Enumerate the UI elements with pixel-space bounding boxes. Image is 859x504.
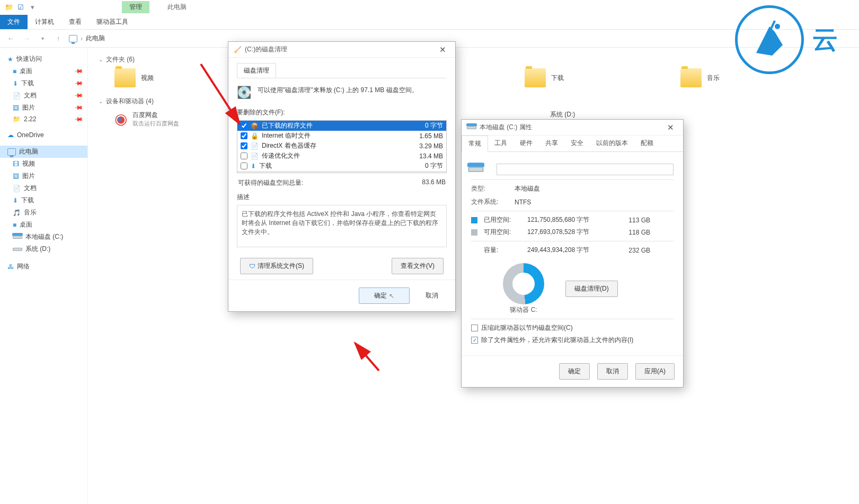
folder-videos[interactable]: 视频 [114, 68, 154, 87]
folder-music[interactable]: 音乐 [680, 68, 720, 87]
compress-checkbox-row[interactable]: 压缩此驱动器以节约磁盘空间(C) [471, 323, 674, 332]
file-row[interactable]: 📄DirectX 着色器缓存3.29 MB [237, 141, 446, 151]
sidebar-item-downloads-pc[interactable]: ⬇下载 [0, 194, 87, 206]
checkbox[interactable]: ✓ [471, 337, 478, 344]
file-row[interactable]: ⬇下载0 字节 [237, 161, 446, 171]
sidebar-item-music[interactable]: 🎵音乐 [0, 206, 87, 219]
index-checkbox-row[interactable]: ✓除了文件属性外，还允许索引此驱动器上文件的内容(I) [471, 336, 674, 345]
sidebar-item-documents-pc[interactable]: 📄文档 [0, 182, 87, 194]
button-label: 确定 [374, 291, 387, 300]
used-label: 已用空间: [484, 215, 521, 224]
drive-icon [467, 126, 476, 129]
tab-previous[interactable]: 以前的版本 [590, 136, 634, 151]
file-row[interactable]: 🔒Internet 临时文件1.65 MB [237, 131, 446, 141]
ribbon-tab-drive-tools[interactable]: 驱动器工具 [89, 15, 136, 29]
drive-name-input[interactable] [497, 164, 674, 175]
sidebar-item-videos[interactable]: 🎞视频 [0, 158, 87, 170]
file-checkbox[interactable] [241, 152, 247, 159]
cleanup-tabs: 磁盘清理 [237, 63, 447, 78]
drive-name-row [471, 164, 674, 175]
file-checkbox[interactable] [241, 163, 247, 169]
dialog-titlebar[interactable]: 本地磁盘 (C:) 属性 ✕ [462, 120, 683, 136]
tab-quota[interactable]: 配额 [634, 136, 660, 151]
tab-tools[interactable]: 工具 [488, 136, 513, 151]
dropdown-icon[interactable]: ▾ [28, 3, 37, 12]
sidebar-item-label: 视频 [22, 159, 35, 168]
desc-label: 描述 [237, 193, 447, 202]
drive-icon: 💽 [237, 86, 251, 100]
apply-button[interactable]: 应用(A) [635, 363, 675, 380]
cancel-button[interactable]: 取消 [417, 287, 447, 304]
forward-button[interactable]: → [21, 33, 32, 44]
sidebar-network[interactable]: 🖧网络 [0, 260, 87, 273]
close-button[interactable]: ✕ [435, 45, 450, 55]
close-button[interactable]: ✕ [663, 123, 678, 132]
sidebar-this-pc[interactable]: 此电脑 [0, 146, 87, 158]
tab-general[interactable]: 常规 [462, 136, 488, 152]
free-swatch [471, 229, 477, 236]
sidebar-item-label: 文档 [24, 184, 37, 193]
dialog-titlebar[interactable]: 🧹 (C:)的磁盘清理 ✕ [228, 42, 455, 58]
checkbox-icon[interactable]: ☑ [16, 3, 25, 12]
files-list[interactable]: 📦已下载的程序文件0 字节 🔒Internet 临时文件1.65 MB 📄Dir… [237, 120, 447, 173]
breadcrumb-location[interactable]: 此电脑 [86, 34, 105, 43]
ribbon-tab-file[interactable]: 文件 [0, 15, 28, 29]
checkbox[interactable] [471, 325, 478, 331]
sidebar-item-drive-c[interactable]: 本地磁盘 (C:) [0, 231, 87, 243]
folder-icon [680, 68, 702, 87]
sidebar-item-pictures-pc[interactable]: 🖼图片 [0, 170, 87, 182]
cursor-icon: ↖ [389, 292, 394, 300]
ok-button[interactable]: 确定 ↖ [359, 287, 410, 304]
star-icon: ★ [7, 56, 13, 63]
view-files-button[interactable]: 查看文件(V) [392, 258, 444, 274]
device-sublabel: 双击运行百度网盘 [132, 120, 179, 128]
list-scrollbar[interactable]: ◂▸ [237, 171, 446, 173]
file-size: 13.4 MB [406, 152, 443, 160]
tab-security[interactable]: 安全 [564, 136, 590, 151]
type-value: 本地磁盘 [515, 184, 540, 193]
desktop-icon: ■ [13, 68, 16, 75]
sidebar-item-pictures[interactable]: 🖼图片📌 [0, 102, 87, 114]
cap-bytes: 249,443,934,208 字节 [527, 246, 612, 255]
file-row[interactable]: 📄传递优化文件13.4 MB [237, 151, 446, 161]
breadcrumb[interactable]: › 此电脑 [69, 34, 105, 43]
ribbon-tab-view[interactable]: 查看 [61, 15, 89, 29]
ribbon-tab-computer[interactable]: 计算机 [28, 15, 61, 29]
picture-icon: 🖼 [13, 173, 19, 180]
file-checkbox[interactable] [241, 122, 247, 129]
device-baidu[interactable]: ◉◉ 百度网盘 双击运行百度网盘 [114, 110, 179, 128]
up-button[interactable]: ↑ [53, 33, 64, 44]
sidebar-quick-access[interactable]: ★ 快速访问 [0, 53, 87, 65]
cancel-button[interactable]: 取消 [597, 363, 628, 380]
contextual-tab[interactable]: 管理 [122, 1, 149, 13]
folder-downloads[interactable]: 下载 [525, 68, 564, 87]
sidebar-item-documents[interactable]: 📄文档📌 [0, 89, 87, 102]
separator [471, 179, 674, 180]
file-checkbox[interactable] [241, 142, 247, 149]
ok-button[interactable]: 确定 [559, 363, 590, 380]
chevron-down-icon: ⌄ [99, 57, 103, 62]
sidebar-item-drive-d[interactable]: 系统 (D:) [0, 243, 87, 255]
sidebar-onedrive[interactable]: ☁OneDrive [0, 130, 87, 140]
sidebar-item-desktop-pc[interactable]: ■桌面 [0, 219, 87, 231]
tab-disk-cleanup[interactable]: 磁盘清理 [237, 63, 276, 78]
back-button[interactable]: ← [5, 33, 16, 44]
disk-cleanup-button[interactable]: 磁盘清理(D) [565, 281, 618, 297]
file-checkbox[interactable] [241, 132, 247, 139]
folder-icon: 📁 [13, 115, 21, 123]
sidebar-label: 快速访问 [16, 55, 42, 64]
file-row[interactable]: 📦已下载的程序文件0 字节 [237, 121, 446, 131]
tab-sharing[interactable]: 共享 [539, 136, 564, 151]
document-icon: 📄 [13, 185, 21, 192]
cloud-icon: ☁ [7, 131, 14, 139]
sidebar-item-downloads[interactable]: ⬇下载📌 [0, 77, 87, 89]
tab-hardware[interactable]: 硬件 [513, 136, 539, 151]
file-icon: 🔒 [251, 132, 259, 140]
sidebar-item-222[interactable]: 📁2.22📌 [0, 114, 87, 124]
history-dropdown[interactable]: ▾ [37, 33, 48, 44]
clean-system-files-button[interactable]: 🛡清理系统文件(S) [240, 258, 313, 274]
drive-icon [13, 236, 22, 239]
window-title: 此电脑 [167, 3, 187, 12]
group-devices[interactable]: ⌄设备和驱动器 (4) [99, 97, 848, 106]
sidebar-item-desktop[interactable]: ■桌面📌 [0, 65, 87, 77]
